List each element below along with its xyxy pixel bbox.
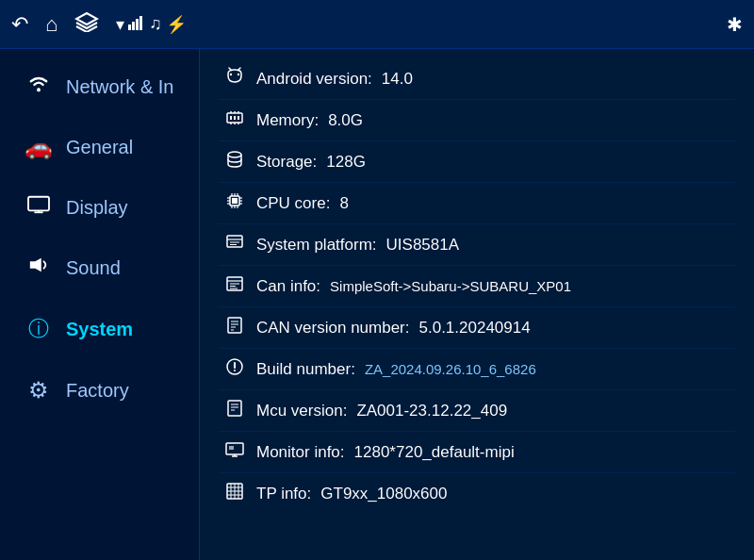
monitor-info-value: 1280*720_default-mipi xyxy=(354,443,515,462)
svg-line-12 xyxy=(229,68,232,71)
sidebar-item-system-label: System xyxy=(66,319,133,340)
storage-icon xyxy=(222,150,247,173)
svg-rect-17 xyxy=(238,116,239,120)
cpu-row: CPU core: 8 xyxy=(219,183,735,224)
cpu-icon xyxy=(222,191,247,215)
general-icon: 🚗 xyxy=(25,134,53,160)
bluetooth-icon: ✱ xyxy=(727,13,743,36)
svg-rect-15 xyxy=(230,116,232,120)
sidebar: Network & In 🚗 General Display xyxy=(0,49,200,560)
svg-rect-16 xyxy=(234,116,236,120)
svg-rect-48 xyxy=(228,318,241,333)
can-version-value: 5.0.1.20240914 xyxy=(419,319,531,338)
svg-marker-0 xyxy=(76,13,97,25)
build-number-label: Build number: xyxy=(256,360,355,379)
monitor-info-row: Monitor info: 1280*720_default-mipi xyxy=(219,432,735,473)
svg-point-24 xyxy=(228,152,241,157)
storage-label: Storage: xyxy=(256,153,317,172)
back-icon[interactable]: ↶ xyxy=(11,12,28,37)
sidebar-item-display[interactable]: Display xyxy=(6,179,193,236)
can-info-value: SimpleSoft->Subaru->SUBARU_XP01 xyxy=(330,278,571,294)
memory-value: 8.0G xyxy=(328,111,363,130)
svg-rect-1 xyxy=(128,25,131,30)
can-info-row: Can info: SimpleSoft->Subaru->SUBARU_XP0… xyxy=(219,266,735,307)
svg-point-55 xyxy=(234,370,236,371)
sidebar-item-factory[interactable]: ⚙ Factory xyxy=(6,362,193,419)
monitor-icon xyxy=(222,440,247,464)
tp-info-label: TP info: xyxy=(256,485,311,503)
svg-rect-56 xyxy=(228,401,241,416)
platform-row: System platform: UIS8581A xyxy=(219,224,735,266)
can-version-row: CAN version number: 5.0.1.20240914 xyxy=(219,307,735,349)
sidebar-item-display-label: Display xyxy=(66,197,128,219)
factory-icon: ⚙ xyxy=(25,377,53,404)
memory-row: Memory: 8.0G xyxy=(219,100,735,141)
sidebar-item-general-label: General xyxy=(66,137,133,158)
tp-info-value: GT9xx_1080x600 xyxy=(320,485,447,503)
mcu-version-value: ZA001-23.12.22_409 xyxy=(356,402,507,420)
sidebar-item-sound[interactable]: Sound xyxy=(6,239,193,296)
sidebar-item-network[interactable]: Network & In xyxy=(6,58,193,115)
sidebar-item-sound-label: Sound xyxy=(66,257,121,279)
main-content: Network & In 🚗 General Display xyxy=(0,49,754,560)
svg-rect-60 xyxy=(226,443,243,454)
monitor-info-label: Monitor info: xyxy=(256,443,345,462)
network-icon xyxy=(25,74,53,100)
svg-rect-26 xyxy=(232,198,238,204)
status-icons: ▾ ♫ ⚡ xyxy=(116,14,187,35)
can-info-label: Can info: xyxy=(256,277,320,296)
svg-point-11 xyxy=(238,74,239,75)
cpu-value: 8 xyxy=(339,194,348,213)
mcu-version-label: Mcu version: xyxy=(256,402,347,420)
svg-point-10 xyxy=(230,74,232,75)
platform-value: UIS8581A xyxy=(386,236,460,255)
svg-rect-2 xyxy=(132,22,135,30)
build-number-row: Build number: ZA_2024.09.26.10_6_6826 xyxy=(219,349,735,390)
android-version-label: Android version: xyxy=(256,70,372,89)
system-icon: ⓘ xyxy=(25,315,53,343)
build-number-value: ZA_2024.09.26.10_6_6826 xyxy=(365,361,536,377)
svg-rect-6 xyxy=(28,197,49,211)
tp-icon xyxy=(222,482,247,505)
layers-icon[interactable] xyxy=(74,11,99,38)
signal-bars-icon xyxy=(128,15,145,34)
android-version-row: Android version: 14.0 xyxy=(219,58,735,100)
memory-label: Memory: xyxy=(256,111,319,130)
sidebar-item-factory-label: Factory xyxy=(66,380,129,402)
content-area: Android version: 14.0 Memory: xyxy=(200,49,754,560)
storage-row: Storage: 128G xyxy=(219,141,735,183)
svg-rect-39 xyxy=(227,236,242,247)
can-version-label: CAN version number: xyxy=(256,319,410,338)
top-bar-left: ↶ ⌂ ▾ ♫ ⚡ xyxy=(11,11,187,38)
tp-info-row: TP info: GT9xx_1080x600 xyxy=(219,473,735,514)
svg-marker-9 xyxy=(30,258,41,272)
platform-icon xyxy=(222,233,247,256)
svg-rect-4 xyxy=(139,16,142,30)
top-bar-right: ✱ xyxy=(727,13,743,36)
memory-icon xyxy=(222,108,247,132)
sidebar-item-network-label: Network & In xyxy=(66,76,173,98)
display-icon xyxy=(25,194,53,221)
svg-rect-63 xyxy=(229,446,234,450)
svg-point-5 xyxy=(37,89,41,92)
can-version-icon xyxy=(222,316,247,339)
music-note-icon: ♫ xyxy=(149,14,162,34)
home-icon[interactable]: ⌂ xyxy=(45,12,57,37)
android-icon xyxy=(222,67,247,91)
top-bar: ↶ ⌂ ▾ ♫ ⚡ ✱ xyxy=(0,0,754,49)
sidebar-item-system[interactable]: ⓘ System xyxy=(6,300,193,358)
wifi-status-icon: ▾ xyxy=(116,14,124,35)
can-icon xyxy=(222,274,247,298)
build-icon xyxy=(222,357,247,381)
cpu-label: CPU core: xyxy=(256,194,330,213)
sidebar-item-general[interactable]: 🚗 General xyxy=(6,119,193,175)
svg-line-13 xyxy=(238,68,241,71)
usb-icon: ⚡ xyxy=(166,14,187,35)
svg-rect-3 xyxy=(136,19,139,30)
android-version-value: 14.0 xyxy=(382,70,413,89)
platform-label: System platform: xyxy=(256,236,377,255)
mcu-icon xyxy=(222,399,247,422)
sound-icon xyxy=(25,255,53,281)
mcu-version-row: Mcu version: ZA001-23.12.22_409 xyxy=(219,390,735,432)
storage-value: 128G xyxy=(326,153,366,172)
